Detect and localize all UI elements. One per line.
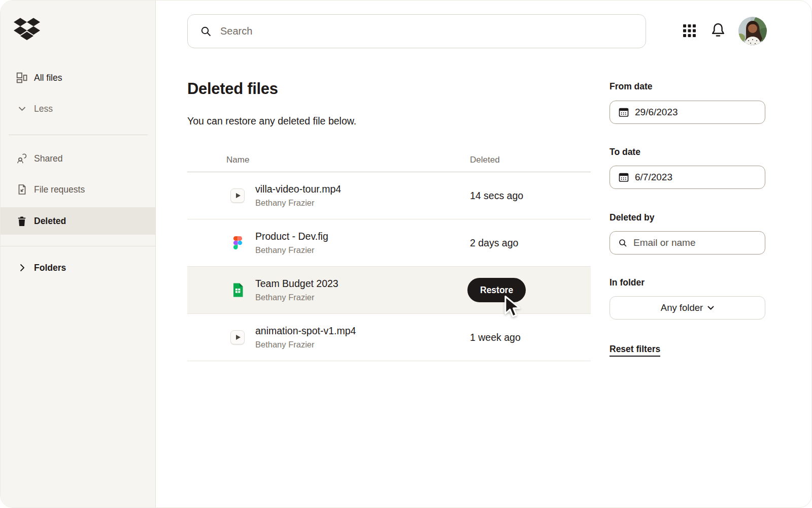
to-date-label: To date: [610, 147, 640, 157]
deleted-by-label: Deleted by: [610, 212, 655, 223]
sidebar-item-label: Deleted: [34, 216, 66, 227]
table-header: Name Deleted: [187, 148, 591, 172]
deleted-time: 2 days ago: [470, 237, 518, 249]
sidebar-item-shared[interactable]: Shared: [1, 150, 155, 167]
file-info: Team Budget 2023 Bethany Frazier: [255, 278, 339, 302]
table-row[interactable]: Product - Dev.fig Bethany Frazier 2 days…: [187, 219, 591, 267]
page-title: Deleted files: [187, 80, 278, 98]
sidebar-item-less[interactable]: Less: [1, 101, 155, 117]
google-sheet-file-icon: [230, 283, 245, 298]
column-header-deleted: Deleted: [470, 155, 500, 165]
chevron-down-icon: [707, 306, 714, 310]
column-header-name: Name: [226, 155, 249, 165]
sidebar: All files Less Shared: [1, 1, 156, 508]
deleted-time: 1 week ago: [470, 332, 521, 343]
calendar-icon: [618, 172, 629, 183]
sidebar-divider: [9, 135, 148, 135]
sidebar-item-deleted[interactable]: Deleted: [1, 207, 155, 235]
from-date-value: 29/6/2023: [635, 107, 678, 118]
restore-button[interactable]: Restore: [467, 278, 526, 302]
page-subtitle: You can restore any deleted file below.: [187, 115, 356, 127]
file-name: animation-spot-v1.mp4: [255, 325, 356, 337]
deleted-by-input-box[interactable]: [610, 231, 765, 255]
table-row[interactable]: villa-video-tour.mp4 Bethany Frazier 14 …: [187, 172, 591, 219]
sidebar-item-all-files[interactable]: All files: [1, 70, 155, 86]
sidebar-divider: [1, 246, 155, 246]
file-info: Product - Dev.fig Bethany Frazier: [255, 231, 328, 255]
from-date-label: From date: [610, 81, 653, 92]
sidebar-item-label: Less: [34, 104, 53, 114]
deleted-files-table: Name Deleted villa-video-tour.mp4 Bethan…: [187, 148, 591, 361]
table-row[interactable]: animation-spot-v1.mp4 Bethany Frazier 1 …: [187, 314, 591, 361]
file-owner: Bethany Frazier: [255, 293, 339, 302]
shared-people-icon: [16, 153, 28, 164]
sidebar-item-label: All files: [34, 73, 62, 83]
sidebar-item-label: Shared: [34, 153, 62, 164]
deleted-by-input[interactable]: [633, 237, 758, 248]
to-date-value: 6/7/2023: [635, 172, 672, 183]
sidebar-item-folders[interactable]: Folders: [1, 260, 155, 276]
search-input[interactable]: [220, 25, 633, 37]
folder-select[interactable]: Any folder: [610, 296, 765, 320]
sidebar-item-label: Folders: [34, 263, 66, 273]
chevron-right-icon: [18, 264, 27, 272]
file-owner: Bethany Frazier: [255, 198, 341, 208]
file-info: animation-spot-v1.mp4 Bethany Frazier: [255, 325, 356, 350]
file-name: villa-video-tour.mp4: [255, 183, 341, 195]
file-info: villa-video-tour.mp4 Bethany Frazier: [255, 183, 341, 208]
search-bar[interactable]: [187, 14, 646, 48]
chevron-down-icon: [16, 106, 28, 111]
all-files-icon: [16, 72, 28, 83]
folder-select-value: Any folder: [661, 302, 703, 313]
in-folder-label: In folder: [610, 277, 645, 288]
search-icon: [200, 25, 212, 38]
file-name: Product - Dev.fig: [255, 231, 328, 242]
sidebar-item-label: File requests: [34, 184, 85, 195]
calendar-icon: [618, 107, 629, 118]
dropbox-logo-icon[interactable]: [14, 18, 40, 43]
app-window: All files Less Shared: [0, 0, 812, 508]
reset-filters-link[interactable]: Reset filters: [610, 344, 660, 357]
from-date-input[interactable]: 29/6/2023: [610, 101, 765, 124]
video-file-icon: [230, 330, 245, 344]
sidebar-item-file-requests[interactable]: File requests: [1, 181, 155, 198]
apps-grid-icon[interactable]: [683, 24, 696, 39]
file-request-icon: [16, 184, 28, 195]
video-file-icon: [230, 188, 245, 203]
trash-icon: [16, 216, 28, 227]
table-row-hovered[interactable]: Team Budget 2023 Bethany Frazier Restore: [187, 267, 591, 314]
file-owner: Bethany Frazier: [255, 340, 356, 350]
notifications-bell-icon[interactable]: [710, 22, 726, 40]
file-owner: Bethany Frazier: [255, 245, 328, 255]
search-icon: [618, 238, 628, 248]
figma-file-icon: [230, 235, 245, 251]
deleted-time: 14 secs ago: [470, 190, 523, 202]
user-avatar[interactable]: [738, 17, 767, 45]
to-date-input[interactable]: 6/7/2023: [610, 166, 765, 189]
file-name: Team Budget 2023: [255, 278, 339, 290]
